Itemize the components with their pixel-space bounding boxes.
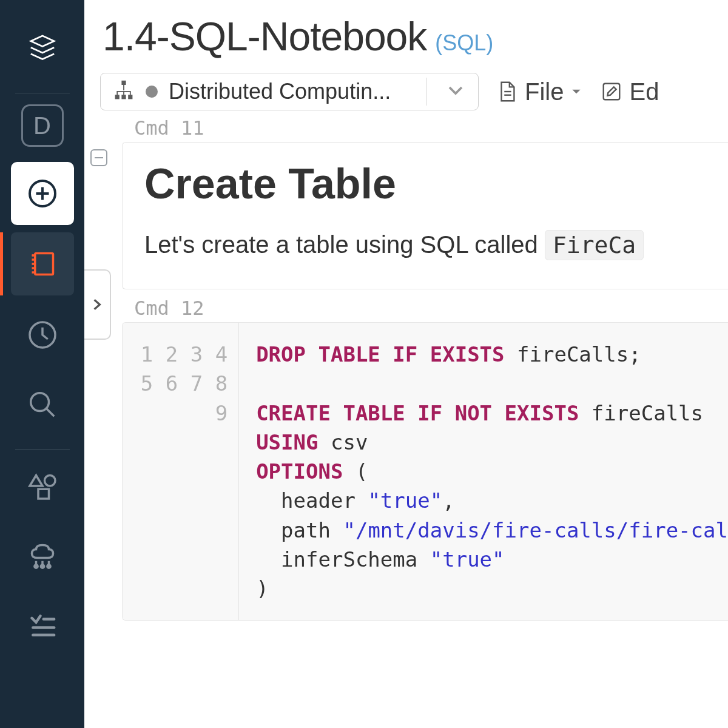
code-cell[interactable]: 1 2 3 4 5 6 7 8 9 DROP TABLE IF EXISTS f… xyxy=(122,322,728,621)
edit-icon xyxy=(600,80,623,103)
md-heading: Create Table xyxy=(144,160,706,208)
svg-rect-14 xyxy=(38,489,49,499)
cluster-name: Distributed Computin... xyxy=(169,79,416,104)
clusters-icon[interactable] xyxy=(12,525,73,586)
sidebar-divider xyxy=(15,449,70,450)
main-content: 1.4-SQL-Notebook (SQL) Distributed Compu… xyxy=(84,0,728,728)
data-icon[interactable]: D xyxy=(21,104,64,147)
file-menu[interactable]: File xyxy=(496,78,583,106)
jobs-icon[interactable] xyxy=(12,595,73,656)
edit-menu[interactable]: Ed xyxy=(600,78,659,106)
create-button[interactable] xyxy=(11,162,74,225)
code-body[interactable]: DROP TABLE IF EXISTS fireCalls; CREATE T… xyxy=(239,323,728,620)
collapse-icon[interactable] xyxy=(90,149,107,166)
cells-container: Cmd 11 Create Table Let's create a table… xyxy=(84,113,728,621)
toolbar: Distributed Computin... File Ed xyxy=(84,70,728,113)
svg-point-13 xyxy=(44,476,55,487)
d-label: D xyxy=(33,112,51,140)
svg-rect-3 xyxy=(35,254,53,275)
caret-down-icon xyxy=(570,85,583,98)
notebook-title[interactable]: 1.4-SQL-Notebook xyxy=(103,13,426,59)
svg-rect-26 xyxy=(121,95,126,99)
recents-icon[interactable] xyxy=(12,305,73,365)
divider xyxy=(426,78,427,106)
file-icon xyxy=(496,80,519,103)
svg-point-11 xyxy=(30,393,49,411)
svg-rect-25 xyxy=(115,95,120,99)
cluster-picker[interactable]: Distributed Computin... xyxy=(100,73,479,110)
svg-point-19 xyxy=(41,565,44,568)
md-text: Let's create a table using SQL called xyxy=(144,231,545,258)
cmd-label: Cmd 12 xyxy=(122,293,728,322)
inline-code: FireCa xyxy=(545,230,644,260)
logo-icon[interactable] xyxy=(12,18,73,79)
svg-rect-24 xyxy=(121,81,126,85)
svg-point-18 xyxy=(34,565,37,568)
line-gutter: 1 2 3 4 5 6 7 8 9 xyxy=(123,323,239,620)
svg-line-12 xyxy=(47,409,54,416)
edit-label: Ed xyxy=(629,78,659,106)
hierarchy-icon xyxy=(113,79,135,104)
cmd-label: Cmd 11 xyxy=(122,113,728,142)
sidebar-divider xyxy=(15,93,70,93)
status-dot xyxy=(146,86,158,98)
expand-panel-button[interactable] xyxy=(84,269,111,340)
svg-rect-30 xyxy=(604,84,620,100)
sidebar: D xyxy=(0,0,84,728)
notebook-language[interactable]: (SQL) xyxy=(435,30,493,56)
chevron-down-icon[interactable] xyxy=(438,81,473,102)
md-paragraph: Let's create a table using SQL called Fi… xyxy=(144,231,706,258)
svg-point-20 xyxy=(47,565,50,568)
search-icon[interactable] xyxy=(12,374,73,435)
shapes-icon[interactable] xyxy=(12,456,73,516)
title-bar: 1.4-SQL-Notebook (SQL) xyxy=(84,0,728,70)
markdown-cell[interactable]: Create Table Let's create a table using … xyxy=(122,142,728,289)
file-label: File xyxy=(525,78,564,106)
svg-rect-27 xyxy=(128,95,132,99)
workspace-icon[interactable] xyxy=(11,232,74,295)
